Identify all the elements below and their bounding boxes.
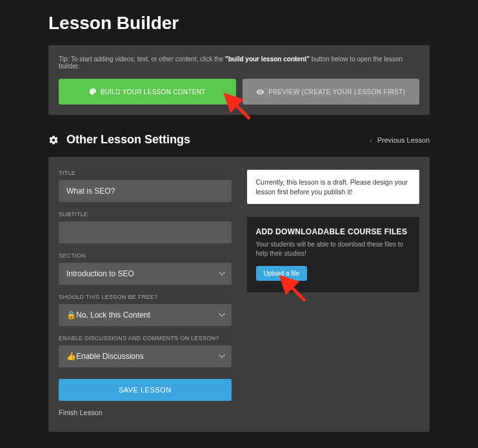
free-label: SHOULD THIS LESSON BE FREE? (59, 294, 232, 300)
settings-form: TITLE SUBTITLE SECTION Introduction to S… (48, 157, 430, 432)
tip-prefix: Tip: To start adding videos, text, or ot… (59, 56, 225, 63)
subtitle-input[interactable] (59, 221, 232, 243)
downloadable-files-panel: ADD DOWNLOADABLE COURSE FILES Your stude… (247, 217, 420, 292)
section-label: SECTION (59, 252, 232, 259)
build-button-label: BUILD YOUR LESSON CONTENT (101, 88, 206, 96)
title-label: TITLE (59, 170, 232, 176)
save-lesson-button[interactable]: SAVE LESSON (59, 379, 232, 401)
free-select[interactable]: 🔒No, Lock this Content (59, 304, 232, 326)
finish-lesson-link[interactable]: Finish Lesson (59, 409, 232, 416)
tip-panel: Tip: To start adding videos, text, or ot… (48, 45, 430, 115)
subtitle-label: SUBTITLE (59, 211, 232, 218)
discussions-select[interactable]: 👍Enable Discussions (59, 345, 232, 367)
tip-bold: "build your lesson content" (225, 56, 310, 63)
chevron-left-icon: ‹ (370, 136, 372, 144)
gear-icon (48, 135, 59, 145)
files-desc: Your students will be able to download t… (256, 240, 411, 258)
svg-line-1 (286, 281, 305, 301)
title-input[interactable] (59, 180, 232, 202)
draft-notice: Currently, this lesson is a draft. Pleas… (247, 170, 420, 204)
upload-file-button[interactable]: Upload a file (256, 266, 308, 281)
prev-link-label: Previous Lesson (377, 136, 430, 144)
preview-button-label: PREVIEW (CREATE YOUR LESSON FIRST) (268, 88, 405, 96)
build-lesson-button[interactable]: BUILD YOUR LESSON CONTENT (59, 79, 236, 105)
section-select[interactable]: Introduction to SEO (59, 263, 232, 285)
eye-icon (256, 88, 264, 96)
previous-lesson-link[interactable]: ‹ Previous Lesson (370, 136, 430, 144)
discussions-label: ENABLE DISCUSSIONS AND COMMENTS ON LESSO… (59, 335, 232, 341)
palette-icon (89, 88, 97, 96)
page-title: Lesson Builder (48, 13, 430, 34)
files-title: ADD DOWNLOADABLE COURSE FILES (256, 227, 411, 236)
tip-text: Tip: To start adding videos, text, or ot… (59, 56, 419, 70)
preview-button[interactable]: PREVIEW (CREATE YOUR LESSON FIRST) (243, 79, 420, 105)
settings-heading: Other Lesson Settings (66, 133, 190, 147)
